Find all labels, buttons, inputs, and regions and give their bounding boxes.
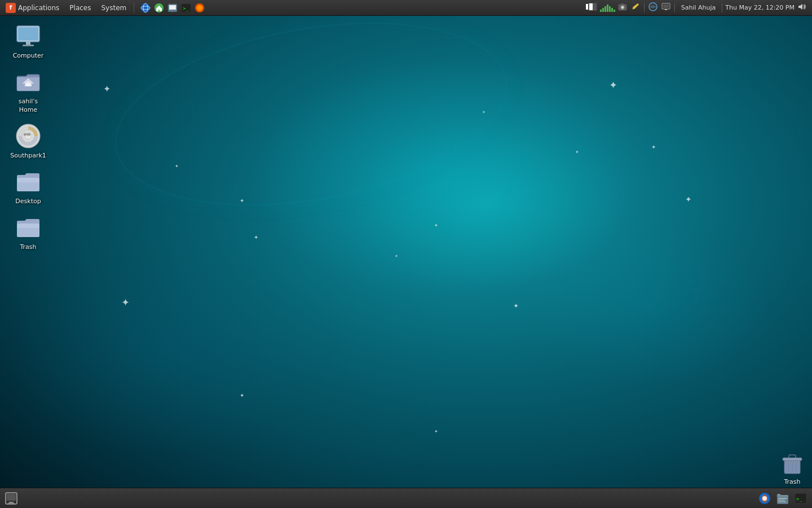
trash-bottom-label: Trash: [784, 478, 800, 485]
svg-rect-39: [17, 224, 39, 228]
computer-icon-label: Computer: [13, 52, 44, 60]
star-2: ✦: [651, 144, 656, 150]
desktop-icon-trash[interactable]: Trash: [6, 211, 51, 254]
svg-rect-21: [665, 9, 667, 10]
desktop-icon-desktop[interactable]: Desktop: [6, 165, 51, 208]
quick-launch-bar: >_: [137, 2, 208, 14]
svg-rect-55: [778, 500, 785, 501]
applications-icon: f: [6, 3, 16, 13]
svg-point-9: [197, 5, 202, 11]
tray-screenshot-icon[interactable]: [617, 2, 628, 13]
applications-label: Applications: [18, 4, 59, 12]
svg-rect-41: [783, 458, 802, 461]
svg-point-0: [141, 3, 150, 12]
svg-rect-5: [169, 5, 176, 10]
system-label: System: [101, 4, 126, 12]
tray-audio-icon[interactable]: [600, 4, 615, 12]
quick-launch-extra[interactable]: [193, 2, 206, 14]
quick-launch-terminal[interactable]: >_: [180, 2, 192, 14]
svg-rect-28: [27, 84, 30, 86]
tray-divider: [644, 3, 645, 12]
desktop-icon-home[interactable]: sahil's Home: [6, 65, 51, 117]
trash-icon-bottom[interactable]: Trash: [775, 448, 809, 488]
star-9: ✦: [395, 254, 398, 259]
tray-power-icon[interactable]: [585, 2, 598, 13]
sys-tray: Sahil Ahuja Thu May 22, 12:20 PM: [585, 2, 807, 14]
svg-text:>_: >_: [796, 496, 802, 502]
svg-rect-37: [17, 178, 39, 182]
quick-launch-home[interactable]: [153, 2, 165, 14]
star-11: ✦: [513, 302, 519, 310]
star-5: ✦: [240, 198, 244, 204]
star-10: ✦: [121, 296, 130, 308]
desktop-icon-dvd[interactable]: DVD Southpark1: [6, 120, 51, 163]
desktop-icon-computer[interactable]: Computer: [6, 20, 51, 63]
star-15: ✦: [482, 110, 486, 115]
panel-username: Sahil Ahuja: [681, 4, 716, 11]
bottom-panel: >_: [0, 488, 812, 508]
svg-point-52: [762, 496, 767, 501]
panel-datetime: Thu May 22, 12:20 PM: [725, 4, 795, 11]
svg-point-27: [28, 43, 29, 44]
desktop: ✦ ✦ ✦ ✦ ✦ ✦ ✦ ✦ ✦ ✦ ✦ ✦ ✦ ✦ ✦ f Applicat…: [0, 0, 812, 508]
desktop-folder-image: [15, 168, 42, 195]
svg-rect-20: [663, 5, 669, 8]
star-1: ✦: [103, 84, 111, 94]
tray-volume-icon[interactable]: [796, 2, 807, 13]
tray-network-icon[interactable]: [647, 2, 659, 14]
star-6: ✦: [434, 223, 438, 228]
system-menu[interactable]: System: [96, 1, 131, 15]
tray-network2-icon[interactable]: [660, 2, 672, 14]
star-4: ✦: [575, 150, 579, 155]
applications-menu[interactable]: f Applications: [1, 1, 64, 15]
trash-folder-label: Trash: [20, 243, 36, 251]
bottom-left: [0, 491, 19, 506]
svg-rect-54: [778, 498, 787, 499]
star-14: ✦: [175, 164, 179, 169]
svg-text:>_: >_: [183, 6, 189, 11]
svg-rect-47: [7, 494, 16, 501]
tray-divider-3: [722, 3, 722, 12]
taskbar-filemgr-button[interactable]: [775, 491, 791, 506]
desktop-folder-label: Desktop: [15, 198, 41, 205]
star-3: ✦: [609, 79, 617, 91]
svg-rect-24: [18, 27, 38, 41]
home-icon-image: [15, 68, 42, 95]
svg-text:DVD: DVD: [24, 133, 30, 136]
star-7: ✦: [685, 195, 692, 204]
dvd-icon-image: DVD: [15, 122, 42, 150]
taskbar-firefox-button[interactable]: [757, 491, 773, 506]
svg-rect-56: [778, 501, 786, 502]
star-13: ✦: [434, 429, 438, 434]
trash-folder-image: [15, 214, 42, 241]
star-12: ✦: [240, 392, 244, 398]
svg-rect-10: [586, 4, 588, 10]
top-panel: f Applications Places System: [0, 0, 812, 16]
panel-right: Sahil Ahuja Thu May 22, 12:20 PM: [585, 2, 812, 14]
tray-divider-2: [674, 3, 675, 12]
bottom-right: >_: [757, 491, 812, 506]
desktop-icons-container: Computer sahil's Home: [6, 20, 51, 255]
taskbar-terminal-button[interactable]: >_: [793, 491, 809, 506]
svg-rect-48: [9, 502, 14, 503]
show-desktop-button[interactable]: [3, 491, 19, 506]
places-menu[interactable]: Places: [65, 1, 95, 15]
tray-edit-icon[interactable]: [630, 2, 641, 14]
quick-launch-files[interactable]: [166, 2, 179, 14]
star-8: ✦: [254, 234, 258, 240]
svg-point-16: [621, 6, 624, 8]
svg-rect-26: [23, 45, 34, 46]
computer-icon-image: [15, 23, 42, 50]
svg-rect-13: [589, 3, 593, 10]
home-icon-label: sahil's Home: [8, 98, 48, 114]
svg-rect-45: [784, 465, 800, 474]
dvd-icon-label: Southpark1: [10, 152, 46, 160]
panel-separator-1: [134, 3, 134, 13]
panel-left: f Applications Places System: [0, 1, 208, 15]
svg-rect-17: [621, 3, 624, 5]
places-label: Places: [69, 4, 91, 12]
quick-launch-browser[interactable]: [139, 2, 152, 14]
svg-rect-49: [8, 503, 15, 504]
